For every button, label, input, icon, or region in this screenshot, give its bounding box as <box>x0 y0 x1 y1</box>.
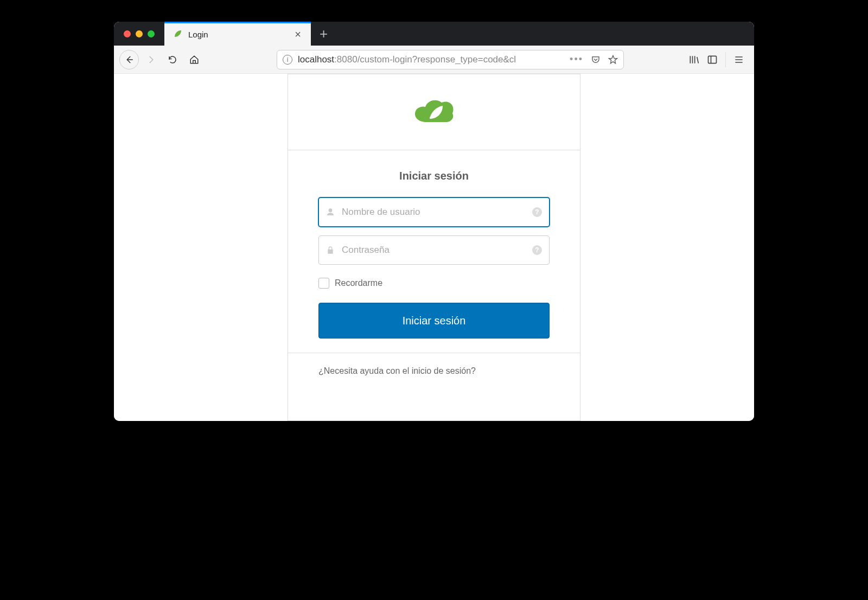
login-heading: Iniciar sesión <box>318 170 550 182</box>
back-button[interactable] <box>119 50 139 69</box>
tab-login[interactable]: Login × <box>164 22 311 46</box>
username-field-wrapper: ? <box>318 197 550 227</box>
page-content: Iniciar sesión ? ? <box>114 74 754 421</box>
remember-row: Recordarme <box>318 278 550 289</box>
library-icon[interactable] <box>688 54 699 65</box>
home-icon <box>189 55 199 65</box>
username-input[interactable] <box>318 197 550 227</box>
spring-cloud-logo-icon <box>411 96 457 129</box>
toolbar: i localhost:8080/custom-login?response_t… <box>114 46 754 74</box>
close-window-button[interactable] <box>124 30 131 37</box>
login-help-link[interactable]: ¿Necesita ayuda con el inicio de sesión? <box>318 366 476 375</box>
url-actions: ••• <box>570 54 618 65</box>
window-controls <box>114 22 164 46</box>
tabs-bar: Login × + <box>114 22 754 46</box>
remember-label[interactable]: Recordarme <box>335 278 382 288</box>
tab-close-icon[interactable]: × <box>292 27 303 42</box>
login-form: Iniciar sesión ? ? <box>288 150 580 353</box>
url-bar[interactable]: i localhost:8080/custom-login?response_t… <box>277 50 624 69</box>
svg-point-2 <box>430 117 432 119</box>
maximize-window-button[interactable] <box>148 30 155 37</box>
forward-button[interactable] <box>141 50 161 69</box>
login-card: Iniciar sesión ? ? <box>288 74 580 421</box>
password-input[interactable] <box>318 235 550 265</box>
arrow-right-icon <box>146 55 156 65</box>
separator <box>725 52 726 67</box>
home-button[interactable] <box>184 50 204 69</box>
tab-title: Login <box>188 30 287 39</box>
minimize-window-button[interactable] <box>136 30 143 37</box>
url-text: localhost:8080/custom-login?response_typ… <box>298 54 564 65</box>
arrow-left-icon <box>124 55 134 65</box>
new-tab-button[interactable]: + <box>311 22 336 46</box>
toolbar-right <box>688 52 749 67</box>
login-submit-button[interactable]: Iniciar sesión <box>318 303 550 339</box>
lock-icon <box>326 246 335 254</box>
login-footer: ¿Necesita ayuda con el inicio de sesión? <box>288 353 580 389</box>
site-info-icon[interactable]: i <box>283 55 292 65</box>
svg-rect-0 <box>709 56 717 63</box>
spring-favicon-icon <box>173 29 183 41</box>
pocket-icon[interactable] <box>591 55 601 65</box>
page-actions-icon[interactable]: ••• <box>570 54 583 65</box>
password-help-icon[interactable]: ? <box>532 245 542 255</box>
browser-window: Login × + i localhost:8080/custom-login?… <box>114 22 754 421</box>
login-logo-area <box>288 74 580 150</box>
user-icon <box>326 208 335 216</box>
menu-icon[interactable] <box>733 54 744 65</box>
sidebar-icon[interactable] <box>707 54 718 65</box>
remember-checkbox[interactable] <box>318 278 329 289</box>
reload-icon <box>168 55 177 65</box>
username-help-icon[interactable]: ? <box>532 207 542 217</box>
password-field-wrapper: ? <box>318 235 550 265</box>
reload-button[interactable] <box>163 50 182 69</box>
bookmark-star-icon[interactable] <box>608 55 618 65</box>
